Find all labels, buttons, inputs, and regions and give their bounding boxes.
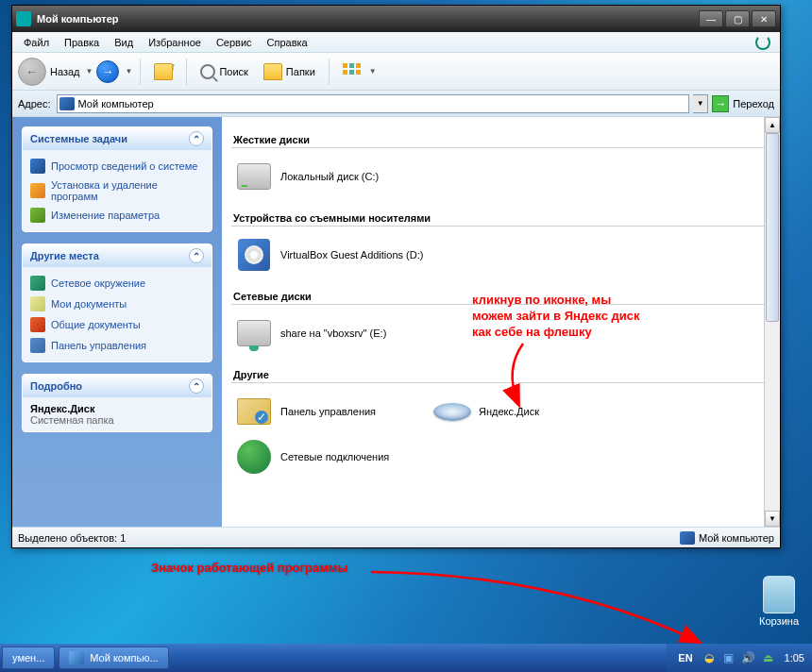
back-dropdown[interactable]: ▼ bbox=[86, 67, 93, 76]
collapse-icon[interactable]: ⌃ bbox=[189, 378, 204, 394]
cd-icon bbox=[235, 236, 273, 274]
detail-name: Яндекс.Диск bbox=[30, 403, 204, 414]
hdd-icon bbox=[235, 158, 273, 195]
computer-icon bbox=[59, 97, 75, 110]
taskbar: умен... Мой компью... EN ◒ ▣ 🔊 ⏏ 1:05 bbox=[0, 644, 812, 672]
item-label: Яндекс.Диск bbox=[479, 406, 539, 417]
go-button[interactable]: → bbox=[712, 95, 729, 112]
panel-system-tasks: Системные задачи ⌃ Просмотр сведений о с… bbox=[22, 126, 212, 232]
item-label: Панель управления bbox=[280, 406, 376, 417]
task-system-info[interactable]: Просмотр сведений о системе bbox=[30, 156, 204, 176]
group-header: Жесткие диски bbox=[231, 128, 770, 148]
add-remove-icon bbox=[30, 183, 45, 198]
scroll-up[interactable]: ▲ bbox=[765, 117, 780, 133]
throbber-icon bbox=[750, 34, 776, 51]
folders-button[interactable]: Папки bbox=[258, 60, 321, 83]
address-input[interactable]: Мой компьютер bbox=[57, 94, 690, 113]
minimize-button[interactable]: — bbox=[699, 10, 723, 27]
forward-dropdown[interactable]: ▼ bbox=[125, 67, 132, 76]
panel-other-places: Другие места ⌃ Сетевое окружение Мои док… bbox=[22, 244, 212, 362]
search-button[interactable]: Поиск bbox=[195, 61, 253, 82]
task-button-explorer[interactable]: Мой компью... bbox=[59, 647, 168, 669]
go-label[interactable]: Переход bbox=[733, 98, 774, 109]
annotation-click-icon: кликнув по иконке, мы можем зайти в Янде… bbox=[472, 293, 651, 341]
views-button[interactable]: ▼ bbox=[337, 60, 382, 83]
panel-head-details[interactable]: Подробно ⌃ bbox=[23, 375, 211, 397]
scroll-down[interactable]: ▼ bbox=[765, 511, 780, 527]
computer-icon bbox=[680, 531, 695, 545]
status-selection: Выделено объектов: 1 bbox=[18, 532, 126, 544]
up-button[interactable] bbox=[148, 60, 178, 83]
menu-fav[interactable]: Избранное bbox=[141, 34, 209, 51]
place-my-docs[interactable]: Мои документы bbox=[30, 294, 204, 314]
annotation-arrow-2 bbox=[368, 564, 704, 647]
menu-help[interactable]: Справка bbox=[260, 34, 315, 51]
drive-item[interactable]: Панель управления bbox=[231, 389, 430, 434]
recycle-bin-icon bbox=[763, 576, 795, 613]
computer-icon bbox=[69, 651, 84, 664]
network-icon bbox=[30, 276, 45, 291]
detail-type: Системная папка bbox=[30, 414, 204, 426]
drive-item[interactable]: Локальный диск (C:) bbox=[231, 154, 430, 199]
maximize-button[interactable]: ▢ bbox=[725, 10, 750, 27]
collapse-icon[interactable]: ⌃ bbox=[189, 248, 204, 263]
recycle-bin-label: Корзина bbox=[759, 615, 799, 627]
panel-head-places[interactable]: Другие места ⌃ bbox=[23, 244, 211, 267]
address-label: Адрес: bbox=[18, 98, 51, 109]
menu-file[interactable]: Файл bbox=[16, 34, 57, 51]
menu-view[interactable]: Вид bbox=[107, 34, 141, 51]
tray-yandex-icon[interactable]: ◒ bbox=[702, 650, 717, 665]
lang-indicator[interactable]: EN bbox=[674, 650, 696, 665]
drive-item[interactable]: Сетевые подключения bbox=[231, 434, 430, 479]
place-shared-docs[interactable]: Общие документы bbox=[30, 314, 204, 335]
back-button[interactable]: ← bbox=[18, 58, 46, 86]
menu-edit[interactable]: Правка bbox=[57, 34, 107, 51]
address-dropdown[interactable]: ▼ bbox=[693, 94, 708, 113]
collapse-icon[interactable]: ⌃ bbox=[189, 131, 204, 146]
place-network[interactable]: Сетевое окружение bbox=[30, 273, 204, 294]
item-label: VirtualBox Guest Additions (D:) bbox=[280, 249, 423, 260]
back-label: Назад bbox=[50, 66, 80, 77]
menubar: Файл Правка Вид Избранное Сервис Справка bbox=[12, 32, 780, 53]
item-label: Локальный диск (C:) bbox=[280, 171, 379, 182]
folder-up-icon bbox=[154, 63, 173, 80]
drive-item[interactable]: Яндекс.Диск bbox=[430, 389, 628, 434]
settings-icon bbox=[30, 208, 45, 223]
titlebar[interactable]: Мой компьютер — ▢ ✕ bbox=[12, 6, 780, 32]
addressbar: Адрес: Мой компьютер ▼ → Переход bbox=[12, 91, 780, 117]
close-button[interactable]: ✕ bbox=[752, 10, 776, 27]
drive-item[interactable]: VirtualBox Guest Additions (D:) bbox=[231, 232, 430, 277]
item-label: Сетевые подключения bbox=[280, 451, 389, 462]
task-button-doc[interactable]: умен... bbox=[2, 647, 55, 669]
explorer-window: Мой компьютер — ▢ ✕ Файл Правка Вид Избр… bbox=[11, 5, 781, 548]
tray-volume-icon[interactable]: 🔊 bbox=[741, 650, 756, 665]
net-icon bbox=[235, 438, 273, 476]
place-control-panel[interactable]: Панель управления bbox=[30, 335, 204, 356]
task-add-remove[interactable]: Установка и удаление программ bbox=[30, 176, 204, 205]
tray-safely-remove-icon[interactable]: ⏏ bbox=[761, 650, 776, 665]
forward-button[interactable]: → bbox=[96, 60, 119, 83]
panel-head-tasks[interactable]: Системные задачи ⌃ bbox=[23, 127, 211, 150]
shared-docs-icon bbox=[30, 317, 45, 332]
window-icon bbox=[16, 11, 31, 26]
recycle-bin[interactable]: Корзина bbox=[759, 576, 799, 627]
scroll-thumb[interactable] bbox=[766, 133, 779, 322]
ydisk-icon bbox=[433, 393, 471, 430]
task-change-setting[interactable]: Изменение параметра bbox=[30, 205, 204, 226]
clock[interactable]: 1:05 bbox=[785, 652, 804, 664]
netd-icon bbox=[235, 314, 273, 352]
item-label: share на "vboxsrv" (E:) bbox=[280, 328, 386, 339]
address-value: Мой компьютер bbox=[78, 98, 154, 109]
annotation-tray-icon: Значок работающей программы bbox=[151, 561, 347, 575]
tray-display-icon[interactable]: ▣ bbox=[721, 650, 736, 665]
status-location: Мой компьютер bbox=[699, 532, 774, 544]
system-info-icon bbox=[30, 159, 45, 174]
menu-tools[interactable]: Сервис bbox=[209, 34, 260, 51]
sidebar: Системные задачи ⌃ Просмотр сведений о с… bbox=[12, 117, 222, 527]
folder-icon bbox=[263, 63, 282, 80]
drive-item[interactable]: share на "vboxsrv" (E:) bbox=[231, 311, 430, 356]
scrollbar-vertical[interactable]: ▲ ▼ bbox=[764, 117, 780, 527]
control-panel-icon bbox=[30, 338, 45, 353]
toolbar: ← Назад ▼ → ▼ Поиск Папки ▼ bbox=[12, 53, 780, 91]
documents-icon bbox=[30, 296, 45, 311]
